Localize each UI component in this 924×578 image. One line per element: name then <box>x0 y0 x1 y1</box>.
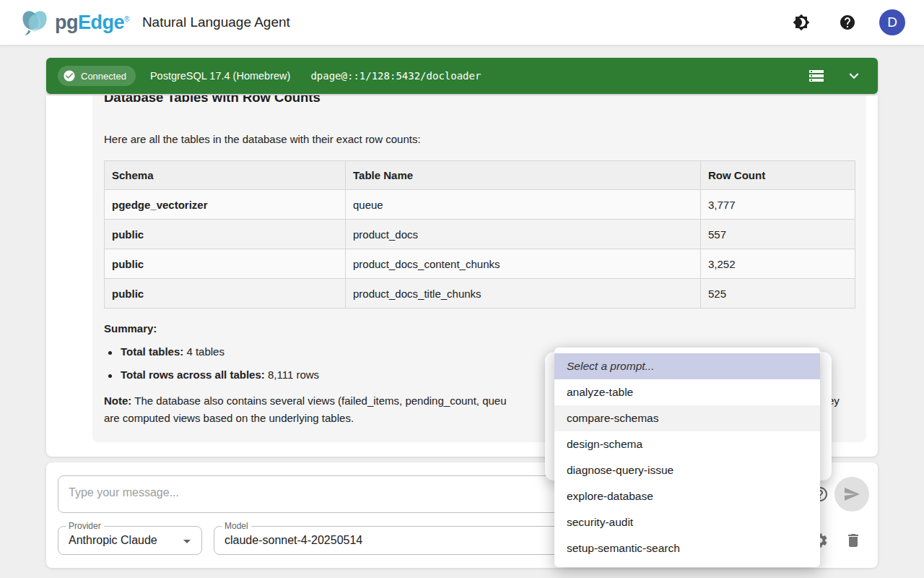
prompt-option-analyze-table[interactable]: analyze-table <box>554 379 820 405</box>
pgedge-logo-icon <box>19 8 52 37</box>
connection-collapse-button[interactable] <box>842 64 866 88</box>
summary-heading: Summary: <box>104 322 157 335</box>
prompt-option-compare-schemas[interactable]: compare-schemas <box>554 405 820 431</box>
status-badge-label: Connected <box>81 71 126 82</box>
table-row: public product_docs_title_chunks 525 <box>105 279 855 309</box>
prompt-option-design-schema[interactable]: design-schema <box>554 431 820 457</box>
provider-select[interactable]: Provider Anthropic Claude <box>58 526 202 555</box>
connection-bar[interactable]: Connected PostgreSQL 17.4 (Homebrew) dpa… <box>46 58 878 94</box>
status-badge: Connected <box>58 66 136 86</box>
row-counts-table: Schema Table Name Row Count pgedge_vecto… <box>104 160 855 309</box>
model-label: Model <box>222 521 251 531</box>
user-avatar[interactable]: D <box>879 9 905 35</box>
table-row: public product_docs 557 <box>105 220 855 249</box>
brand-registered-mark: ® <box>124 15 129 23</box>
table-header-row: Schema Table Name Row Count <box>105 161 855 190</box>
message-heading: Database Tables with Row Counts <box>104 95 321 107</box>
brand-edge: Edge <box>78 12 124 33</box>
provider-value: Anthropic Claude <box>69 534 157 547</box>
model-value: claude-sonnet-4-20250514 <box>225 534 362 547</box>
storage-icon <box>808 67 825 85</box>
connection-string: dpage@::1/128:5432/docloader <box>310 70 481 82</box>
check-circle-icon <box>63 69 76 82</box>
chevron-down-icon <box>845 66 863 85</box>
note-line-1: Note: The database also contains several… <box>104 394 507 407</box>
column-header-row-count: Row Count <box>701 161 855 190</box>
send-button[interactable] <box>834 477 869 512</box>
prompt-option-diagnose-query-issue[interactable]: diagnose-query-issue <box>554 457 820 483</box>
prompt-select-menu: Select a prompt... analyze-table compare… <box>554 348 820 567</box>
prompt-option-setup-semantic-search[interactable]: setup-semantic-search <box>554 535 820 561</box>
table-row: public product_docs_content_chunks 3,252 <box>105 249 855 279</box>
help-button[interactable] <box>833 8 862 37</box>
message-intro-text: Here are all the tables in the database … <box>104 133 421 145</box>
clear-chat-button[interactable] <box>839 526 868 555</box>
column-header-schema: Schema <box>105 161 346 190</box>
app-header: pgEdge® Natural Language Agent D <box>0 0 924 46</box>
prompt-option-placeholder[interactable]: Select a prompt... <box>554 353 820 379</box>
summary-bullet-total-rows: Total rows across all tables: 8,111 rows <box>108 368 319 381</box>
summary-bullet-total-tables: Total tables: 4 tables <box>108 345 225 358</box>
brand-pg: pg <box>55 12 78 33</box>
send-icon <box>843 486 860 503</box>
dark-mode-icon <box>793 14 810 31</box>
note-line-2: are computed views based on the underlyi… <box>104 412 354 424</box>
page-title: Natural Language Agent <box>142 14 290 30</box>
arrow-dropdown-icon <box>178 532 196 550</box>
prompt-option-security-audit[interactable]: security-audit <box>554 509 820 535</box>
connections-list-button[interactable] <box>804 64 829 88</box>
prompt-option-explore-database[interactable]: explore-database <box>554 483 820 509</box>
pgedge-logo: pgEdge® <box>19 8 129 37</box>
provider-label: Provider <box>66 521 104 531</box>
table-row: pgedge_vectorizer queue 3,777 <box>105 190 855 220</box>
server-version-label: PostgreSQL 17.4 (Homebrew) <box>150 70 291 82</box>
help-icon <box>839 14 856 31</box>
theme-toggle-button[interactable] <box>787 8 816 37</box>
column-header-table-name: Table Name <box>346 161 701 190</box>
trash-icon <box>845 532 862 549</box>
